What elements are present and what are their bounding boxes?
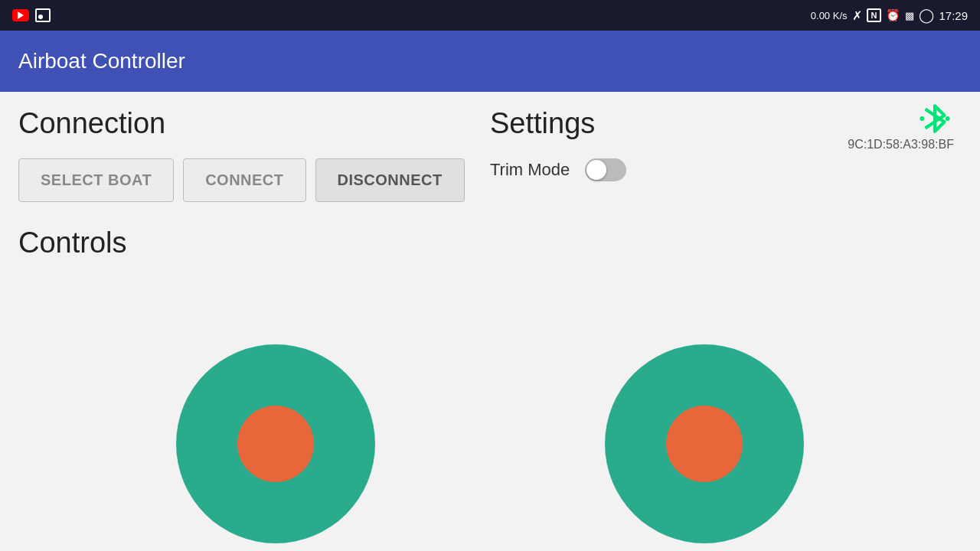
app-title: Airboat Controller <box>18 49 185 73</box>
settings-heading: Settings <box>490 107 962 140</box>
battery-icon: ◯ <box>919 7 934 24</box>
connection-heading: Connection <box>18 107 490 140</box>
status-bar: 0.00 K/s ✗ N ⏰ ▩ ◯ 17:29 <box>0 0 980 31</box>
toggle-knob <box>586 160 606 180</box>
device-address: 9C:1D:58:A3:98:BF <box>848 138 954 152</box>
select-boat-button[interactable]: SELECT BOAT <box>18 158 174 202</box>
status-time: 17:29 <box>939 9 968 22</box>
nfc-icon: N <box>867 8 882 22</box>
settings-content: Trim Mode <box>490 158 962 181</box>
joysticks-row <box>0 344 980 543</box>
bluetooth-connected-container: 9C:1D:58:A3:98:BF <box>916 99 954 141</box>
trim-mode-toggle[interactable] <box>585 158 626 181</box>
connect-button[interactable]: CONNECT <box>183 158 305 202</box>
bluetooth-connected-icon <box>916 99 954 138</box>
connection-buttons: SELECT BOAT CONNECT DISCONNECT <box>18 158 490 202</box>
network-speed: 0.00 K/s <box>811 10 848 21</box>
svg-point-1 <box>946 116 950 121</box>
right-joystick-knob <box>666 406 743 482</box>
status-bluetooth-icon: ✗ <box>852 8 862 23</box>
left-joystick[interactable] <box>176 344 375 543</box>
signal-icon: ▩ <box>905 10 914 21</box>
alarm-icon: ⏰ <box>886 8 900 22</box>
left-joystick-knob <box>237 406 314 482</box>
status-right-info: 0.00 K/s ✗ N ⏰ ▩ ◯ 17:29 <box>811 7 968 24</box>
gallery-icon <box>35 8 51 22</box>
youtube-icon <box>12 9 29 21</box>
right-joystick[interactable] <box>605 344 804 543</box>
status-left-icons <box>12 8 51 22</box>
controls-heading: Controls <box>18 227 490 259</box>
app-bar: Airboat Controller <box>0 31 980 92</box>
controls-section: Controls <box>18 227 490 259</box>
disconnect-button[interactable]: DISCONNECT <box>315 158 465 202</box>
svg-point-0 <box>920 116 924 121</box>
trim-mode-label: Trim Mode <box>490 160 570 180</box>
